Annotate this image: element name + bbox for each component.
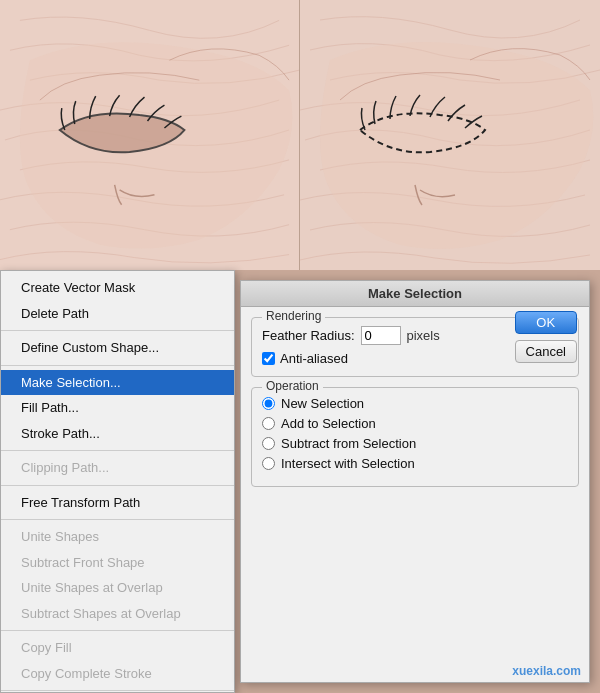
operation-group: Operation New Selection Add to Selection… xyxy=(251,387,579,487)
dialog-title: Make Selection xyxy=(241,281,589,307)
ok-button[interactable]: OK xyxy=(515,311,577,334)
new-selection-label: New Selection xyxy=(281,396,364,411)
feather-radius-input[interactable] xyxy=(361,326,401,345)
separator-3 xyxy=(1,450,234,451)
bottom-section: Create Vector Mask Delete Path Define Cu… xyxy=(0,270,600,693)
make-selection-dialog: Make Selection Rendering Feather Radius:… xyxy=(240,280,590,683)
add-to-selection-row: Add to Selection xyxy=(262,416,568,431)
menu-item-delete-path[interactable]: Delete Path xyxy=(1,301,234,327)
watermark: xuexila.com xyxy=(512,664,581,678)
menu-item-define-custom-shape[interactable]: Define Custom Shape... xyxy=(1,335,234,361)
separator-7 xyxy=(1,690,234,691)
menu-item-unite-shapes: Unite Shapes xyxy=(1,524,234,550)
anti-aliased-label: Anti-aliased xyxy=(280,351,348,366)
intersect-with-selection-radio[interactable] xyxy=(262,457,275,470)
menu-item-copy-complete-stroke: Copy Complete Stroke xyxy=(1,661,234,687)
feather-radius-unit: pixels xyxy=(407,328,440,343)
canvas-right xyxy=(300,0,600,270)
dialog-buttons: OK Cancel xyxy=(515,311,577,363)
separator-6 xyxy=(1,630,234,631)
menu-item-copy-fill: Copy Fill xyxy=(1,635,234,661)
cancel-button[interactable]: Cancel xyxy=(515,340,577,363)
add-to-selection-label: Add to Selection xyxy=(281,416,376,431)
menu-item-clipping-path: Clipping Path... xyxy=(1,455,234,481)
add-to-selection-radio[interactable] xyxy=(262,417,275,430)
anti-aliased-checkbox[interactable] xyxy=(262,352,275,365)
menu-item-make-selection[interactable]: Make Selection... xyxy=(1,370,234,396)
menu-item-unite-shapes-at-overlap: Unite Shapes at Overlap xyxy=(1,575,234,601)
separator-4 xyxy=(1,485,234,486)
intersect-with-selection-label: Intersect with Selection xyxy=(281,456,415,471)
new-selection-row: New Selection xyxy=(262,396,568,411)
canvas-left xyxy=(0,0,300,270)
subtract-from-selection-row: Subtract from Selection xyxy=(262,436,568,451)
menu-item-create-vector-mask[interactable]: Create Vector Mask xyxy=(1,275,234,301)
separator-5 xyxy=(1,519,234,520)
rendering-group-label: Rendering xyxy=(262,309,325,323)
context-menu: Create Vector Mask Delete Path Define Cu… xyxy=(0,270,235,693)
canvas-area xyxy=(0,0,600,270)
menu-item-free-transform-path[interactable]: Free Transform Path xyxy=(1,490,234,516)
feather-radius-label: Feather Radius: xyxy=(262,328,355,343)
new-selection-radio[interactable] xyxy=(262,397,275,410)
menu-item-stroke-path[interactable]: Stroke Path... xyxy=(1,421,234,447)
separator-2 xyxy=(1,365,234,366)
intersect-with-selection-row: Intersect with Selection xyxy=(262,456,568,471)
subtract-from-selection-label: Subtract from Selection xyxy=(281,436,416,451)
operation-group-label: Operation xyxy=(262,379,323,393)
separator-1 xyxy=(1,330,234,331)
menu-item-subtract-front-shape: Subtract Front Shape xyxy=(1,550,234,576)
subtract-from-selection-radio[interactable] xyxy=(262,437,275,450)
menu-item-fill-path[interactable]: Fill Path... xyxy=(1,395,234,421)
menu-item-subtract-shapes-at-overlap: Subtract Shapes at Overlap xyxy=(1,601,234,627)
